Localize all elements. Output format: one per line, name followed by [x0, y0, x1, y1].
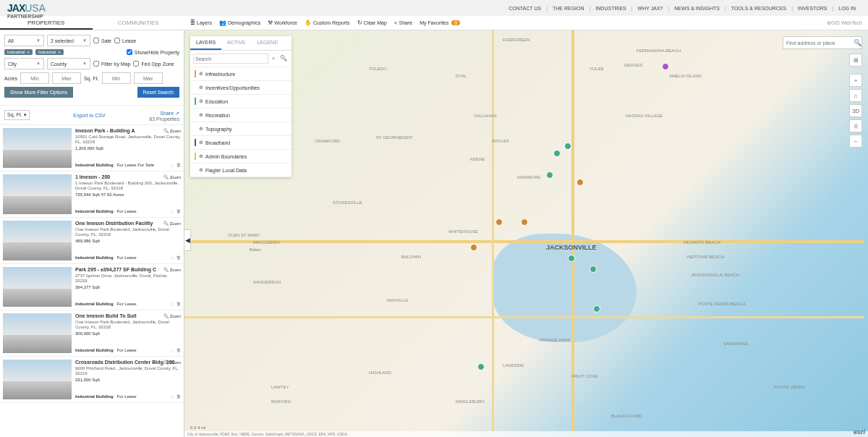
layer-item[interactable]: ⊕Education [190, 95, 292, 109]
zoom-link[interactable]: 🔍 Zoom [163, 221, 181, 226]
map-3d-button[interactable]: 3D [849, 104, 862, 117]
filter-county[interactable]: County▼ [47, 58, 90, 69]
sqft-min-input[interactable] [102, 72, 131, 84]
search-icon[interactable]: 🔍 [853, 39, 861, 46]
filter-pill-1[interactable]: Industrial× [35, 49, 64, 55]
layer-item[interactable]: ⊕Broadband [190, 136, 292, 150]
tool-favorites[interactable]: My Favorites 0 [420, 20, 460, 25]
trash-icon[interactable]: 🗑 [176, 163, 181, 168]
heart-icon[interactable]: ♡ [171, 163, 174, 168]
trash-icon[interactable]: 🗑 [176, 394, 181, 399]
map-print-button[interactable]: ⎙ [849, 119, 862, 132]
clear-icon[interactable]: × [268, 54, 278, 64]
map-marker[interactable] [495, 218, 503, 226]
show-more-button[interactable]: Show More Filter Options [4, 87, 73, 98]
share-link[interactable]: Share ↗ [160, 111, 179, 116]
chk-lease[interactable]: Lease [114, 38, 136, 43]
map-marker[interactable] [477, 363, 485, 370]
map-marker[interactable] [590, 266, 597, 273]
nav-news[interactable]: NEWS & INSIGHTS [674, 6, 720, 11]
layer-item[interactable]: ⊕Incentives/Opportunities [190, 81, 292, 95]
layer-item[interactable]: ⊕Infrastructure [190, 67, 292, 81]
listing-item[interactable]: 1 Imeson - 200 1 Imeson Park Boulevard -… [0, 171, 184, 218]
layers-tab-layers[interactable]: LAYERS [190, 36, 221, 50]
filter-selected[interactable]: 2 selected▼ [47, 35, 90, 46]
zoom-link[interactable]: 🔍 Zoom [163, 128, 181, 133]
layers-search-input[interactable] [193, 54, 268, 64]
filter-city[interactable]: City▼ [4, 58, 44, 69]
tool-share[interactable]: <Share [394, 20, 412, 26]
nav-login[interactable]: LOG IN [838, 6, 856, 11]
nav-region[interactable]: THE REGION [553, 6, 584, 11]
listing-item[interactable]: Park 295 - ±394,277 SF Building C 2737 I… [0, 264, 184, 310]
layer-item[interactable]: ⊕Recreation [190, 109, 292, 122]
map-grid-button[interactable]: ⊞ [849, 54, 862, 67]
map-marker[interactable] [470, 244, 477, 251]
chk-showhide[interactable]: Show/Hide Property [127, 49, 179, 55]
tool-clear-map[interactable]: ↻Clear Map [357, 20, 387, 26]
chk-fed-opp[interactable]: Fed Opp Zone [133, 61, 174, 67]
tab-communities[interactable]: COMMUNITIES [93, 16, 185, 30]
zoom-link[interactable]: 🔍 Zoom [163, 313, 181, 318]
map-marker[interactable] [546, 171, 553, 179]
zoom-link[interactable]: 🔍 Zoom [163, 267, 181, 272]
chk-filter-map[interactable]: Filter by Map [93, 61, 130, 67]
filter-pill-0[interactable]: Industrial× [4, 49, 33, 55]
nav-investors[interactable]: INVESTORS [798, 6, 827, 11]
tool-demographics[interactable]: 👥Demographics [219, 20, 260, 26]
acres-max-input[interactable] [52, 72, 81, 84]
nav-industries[interactable]: INDUSTRIES [595, 6, 626, 11]
export-csv-link[interactable]: Export to CSV [73, 113, 105, 118]
trash-icon[interactable]: 🗑 [176, 255, 181, 260]
map-search-input[interactable] [783, 41, 853, 46]
map-zoom-in-button[interactable]: + [849, 74, 862, 87]
layers-tab-active[interactable]: ACTIVE [221, 36, 251, 50]
sort-select[interactable]: Sq. Ft. ▾ [4, 110, 30, 120]
zoom-link[interactable]: 🔍 Zoom [163, 360, 181, 365]
heart-icon[interactable]: ♡ [171, 255, 174, 260]
map-marker[interactable] [593, 305, 600, 313]
layers-tab-legend[interactable]: LEGEND [251, 36, 284, 50]
layer-item[interactable]: ⊕Topography [190, 122, 292, 136]
close-icon[interactable]: × [58, 50, 61, 54]
listing-item[interactable]: One Imeson Distribution Facility One Ime… [0, 218, 184, 264]
map-marker[interactable] [521, 218, 528, 226]
tool-workforce[interactable]: ⚒Workforce [268, 20, 297, 26]
nav-tools[interactable]: TOOLS & RESOURCES [731, 6, 787, 11]
trash-icon[interactable]: 🗑 [176, 348, 181, 353]
map-place-label: LAWTEY [271, 385, 289, 389]
listing-item[interactable]: One Imeson Build To Suit One Imeson Park… [0, 310, 184, 357]
tool-custom-reports[interactable]: ✋Custom Reports [305, 20, 350, 26]
heart-icon[interactable]: ♡ [171, 209, 174, 214]
map-marker[interactable] [576, 179, 584, 186]
collapse-sidebar-button[interactable]: ◀ [184, 229, 191, 251]
reset-search-button[interactable]: Reset Search [137, 87, 179, 98]
close-icon[interactable]: × [27, 50, 30, 54]
listing-item[interactable]: Imeson Park - Building A 10501 Cold Stor… [0, 125, 184, 171]
map-home-button[interactable]: ⌂ [849, 89, 862, 102]
nav-contact[interactable]: CONTACT US [509, 6, 541, 11]
filter-all-select[interactable]: All▼ [4, 35, 44, 46]
map[interactable]: JACKSONVILLE EVERGREENFERNANDINA BEACHYU… [184, 30, 868, 437]
layer-item[interactable]: ⊕Admin Boundaries [190, 150, 292, 164]
layer-item[interactable]: ⊕Flagler Local Data [190, 164, 292, 177]
heart-icon[interactable]: ♡ [171, 302, 174, 307]
zoom-link[interactable]: 🔍 Zoom [163, 174, 181, 179]
map-search[interactable]: 🔍 [783, 36, 862, 49]
map-marker[interactable] [568, 255, 575, 262]
map-marker[interactable] [662, 63, 669, 70]
trash-icon[interactable]: 🗑 [176, 209, 181, 214]
map-marker[interactable] [564, 143, 571, 150]
nav-whyjax[interactable]: WHY JAX? [638, 6, 663, 11]
search-icon[interactable]: 🔍 [278, 54, 289, 64]
heart-icon[interactable]: ♡ [171, 394, 174, 399]
sqft-max-input[interactable] [134, 72, 163, 84]
heart-icon[interactable]: ♡ [171, 348, 174, 353]
map-zoom-out-button[interactable]: − [849, 135, 862, 148]
chk-sale[interactable]: Sale [93, 38, 111, 43]
tool-layers[interactable]: ≣Layers [190, 20, 212, 26]
map-marker[interactable] [553, 150, 561, 157]
trash-icon[interactable]: 🗑 [176, 302, 181, 307]
listing-item[interactable]: Crossroads Distribution Center Bldg. 300… [0, 357, 184, 403]
acres-min-input[interactable] [20, 72, 49, 84]
